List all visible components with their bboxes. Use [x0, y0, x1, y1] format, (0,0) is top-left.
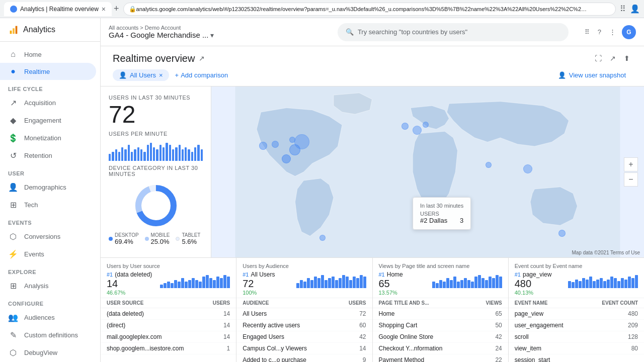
mini-bar-segment: [194, 147, 196, 161]
mobile-pct: 25.0%: [151, 238, 170, 245]
tab-title: Analytics | Realtime overview: [20, 6, 99, 13]
card-row-2-4[interactable]: Payment Method 22: [373, 354, 508, 362]
card-mini-bar: [220, 278, 223, 288]
apps-icon[interactable]: ⠿: [583, 26, 592, 38]
users-30min-label: USERS IN LAST 30 MINUTES: [109, 95, 203, 101]
card-row-value-2-0: 65: [495, 310, 502, 317]
sidebar-item-home[interactable]: ⌂ Home: [0, 46, 96, 63]
sidebar-item-realtime[interactable]: ● Realtime: [0, 63, 96, 80]
card-row-1-3[interactable]: Campus Col...y Viewers 14: [236, 343, 372, 354]
card-row-3-3[interactable]: view_item 80: [509, 343, 644, 354]
card-top-item-1: All Users: [251, 271, 275, 278]
users-count: 72: [109, 103, 203, 127]
sidebar-item-events-label: Events: [24, 250, 44, 258]
breadcrumb: All accounts > Demo Account: [109, 25, 324, 31]
card-row-0-3[interactable]: shop.googlem...isestore.com 1: [101, 343, 236, 354]
tab-favicon: [10, 6, 17, 13]
card-row-1-0[interactable]: All Users 72: [236, 308, 372, 320]
card-row-0-2[interactable]: mail.googleplex.com 14: [101, 331, 236, 343]
sidebar-item-debugview[interactable]: ⬡ DebugView: [0, 344, 96, 361]
all-users-chip[interactable]: 👤 All Users ×: [113, 69, 169, 81]
card-row-2-1[interactable]: Shopping Cart 50: [373, 320, 508, 331]
card-row-2-3[interactable]: Checkout Y...nformation 24: [373, 343, 508, 354]
sidebar-item-engagement[interactable]: ◆ Engagement: [0, 112, 96, 129]
sidebar-item-monetization[interactable]: 💲 Monetization: [0, 129, 96, 147]
engagement-icon: ◆: [8, 116, 18, 125]
card-row-name-2-0: Home: [379, 310, 395, 317]
card-mini-chart-1: [296, 273, 366, 288]
demographics-icon: 👤: [8, 183, 18, 192]
view-snapshot-button[interactable]: 👤 View user snapshot: [552, 68, 632, 82]
card-row-2-0[interactable]: Home 65: [373, 308, 508, 320]
card-row-value-2-3: 24: [495, 345, 502, 352]
map-dot-india: [486, 162, 492, 168]
card-row-name-1-2: Engaged Users: [243, 333, 284, 340]
more-options-icon[interactable]: ⋮: [607, 26, 618, 38]
users-per-minute-chart: [109, 141, 203, 161]
card-row-0-0[interactable]: (data deleted) 14: [101, 308, 236, 320]
mini-bar-segment: [131, 152, 133, 161]
mini-bar-segment: [185, 147, 187, 161]
bottom-data-cards: Users by User source #1 (data deleted) 1…: [101, 257, 644, 362]
sidebar-item-acquisition[interactable]: ↗ Acquisition: [0, 94, 96, 112]
browser-tab[interactable]: Analytics | Realtime overview ×: [4, 2, 112, 16]
address-bar[interactable]: 🔒 analytics.google.com/analytics/web/#/p…: [123, 3, 616, 16]
add-icon: +: [175, 71, 179, 79]
sidebar-item-tech[interactable]: ⊞ Tech: [0, 196, 96, 214]
map-zoom-in-button[interactable]: +: [624, 157, 638, 171]
card-mini-bar: [206, 275, 209, 288]
card-row-3-2[interactable]: scroll 128: [509, 331, 644, 343]
sidebar-item-events[interactable]: ⚡ Events: [0, 245, 96, 263]
sidebar-item-audiences[interactable]: 👥 Audiences: [0, 309, 96, 326]
map-dot-sa: [319, 235, 326, 241]
share-icon[interactable]: ↗: [608, 52, 618, 64]
card-row-1-4[interactable]: Added to c...o purchase 9: [236, 354, 372, 362]
add-comparison-button[interactable]: + Add comparison: [175, 71, 228, 79]
content-area: Realtime overview ↗ ⛶ ↗ ⬆ 👤 All Users × …: [101, 46, 644, 362]
sidebar-item-analysis[interactable]: ⊞ Analysis: [0, 277, 96, 295]
card-row-value-2-1: 50: [495, 322, 502, 329]
card-row-3-0[interactable]: page_view 480: [509, 308, 644, 320]
card-row-2-2[interactable]: Google Online Store 42: [373, 331, 508, 343]
card-row-3-1[interactable]: user_engagement 209: [509, 320, 644, 331]
card-mini-bar: [575, 280, 578, 288]
card-mini-bar: [346, 277, 349, 288]
search-bar[interactable]: 🔍 Try searching "top countries by users": [338, 23, 569, 41]
card-title-3: Event count by Event name: [515, 263, 638, 269]
profile-icon[interactable]: 👤: [630, 4, 640, 14]
extensions-icon[interactable]: ⠿: [620, 4, 626, 14]
sidebar-item-retention[interactable]: ↺ Retention: [0, 147, 96, 164]
sidebar-item-realtime-label: Realtime: [24, 68, 50, 75]
view-snapshot-label: View user snapshot: [569, 71, 626, 79]
card-mini-bar: [450, 280, 453, 288]
mini-bar-segment: [201, 149, 203, 161]
fullscreen-icon[interactable]: ⛶: [593, 52, 604, 64]
card-mini-bar: [227, 277, 230, 288]
main-content: All accounts > Demo Account GA4 - Google…: [101, 18, 644, 362]
page-controls: 👤 All Users × + Add comparison 👤 View us…: [101, 64, 644, 86]
help-icon[interactable]: ?: [596, 26, 603, 38]
map-zoom-out-button[interactable]: −: [624, 172, 638, 187]
sidebar-item-demographics[interactable]: 👤 Demographics: [0, 178, 96, 196]
sidebar-item-conversions[interactable]: ⬡ Conversions: [0, 228, 96, 245]
card-top-item-2: Home: [387, 271, 403, 278]
sidebar-item-custom-definitions[interactable]: ✎ Custom definitions: [0, 326, 96, 344]
card-mini-bar: [216, 277, 219, 288]
new-tab-button[interactable]: +: [114, 4, 119, 14]
card-row-1-2[interactable]: Engaged Users 42: [236, 331, 372, 343]
card-row-1-1[interactable]: Recently active users 60: [236, 320, 372, 331]
card-row-3-4[interactable]: session_start: [509, 354, 644, 362]
card-mini-bar: [300, 280, 303, 288]
left-stats-panel: USERS IN LAST 30 MINUTES 72 USERS PER MI…: [101, 86, 211, 257]
property-selector[interactable]: GA4 - Google Merchandise ... ▾: [109, 31, 324, 39]
card-row-0-1[interactable]: (direct) 14: [101, 320, 236, 331]
user-avatar[interactable]: G: [622, 25, 636, 39]
mini-bar-segment: [163, 147, 165, 161]
card-mini-bar: [439, 280, 442, 288]
export-icon[interactable]: ⬆: [622, 52, 632, 64]
card-row-name-2-1: Shopping Cart: [379, 322, 418, 329]
card-mini-bar: [499, 277, 502, 288]
svg-rect-2: [16, 26, 18, 34]
tab-close-button[interactable]: ×: [102, 5, 106, 13]
analytics-logo-icon: [8, 24, 19, 35]
